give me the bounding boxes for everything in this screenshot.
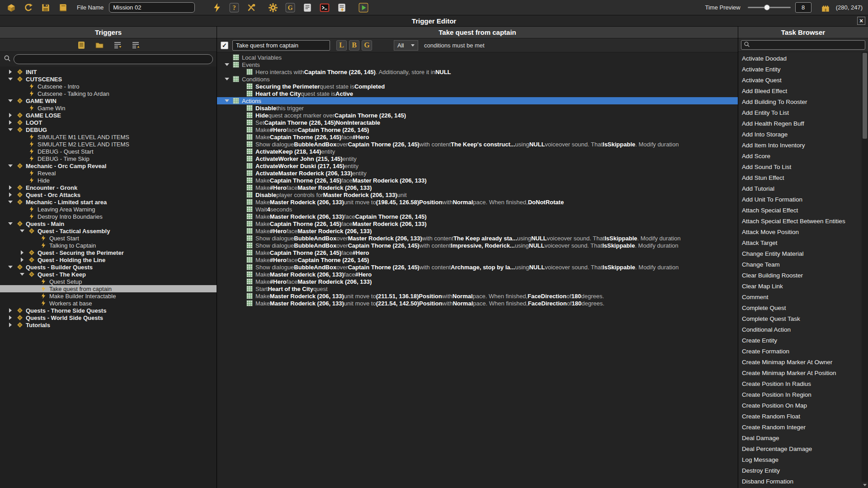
statement-parameter[interactable]: BubbleAndBox [294,264,336,271]
task-item[interactable]: Attack Target [738,238,862,249]
trigger-name-input[interactable] [232,40,330,51]
tree-trigger-row[interactable]: Cutscene - Intro [0,83,217,90]
statement-parameter[interactable]: Activate [255,155,278,162]
task-item[interactable]: Conditional Action [738,324,862,335]
task-item[interactable]: Create Minimap Marker At Position [738,368,862,379]
trigger-statement-row[interactable]: Make #Hero face Master Roderick (206, 13… [217,278,738,285]
statement-parameter[interactable]: (221.54, 142.50) [376,300,419,307]
statement-parameter[interactable]: Captain Thorne (226, 145) [304,69,376,75]
tree-trigger-row[interactable]: DEBUG - Time Skip [0,155,217,162]
statement-parameter[interactable]: Captain Thorne (226, 145) [270,249,341,256]
statement-parameter[interactable]: Master Roderick (206, 133) [323,192,397,198]
task-item[interactable]: Create Formation [738,346,862,357]
tree-group-row[interactable]: Quest - Tactical Assembly [0,227,217,235]
collapse-arrow-icon[interactable] [8,78,13,80]
statement-parameter[interactable]: NULL [529,141,545,148]
statement-parameter[interactable]: Master Roderick (206, 133) [297,278,372,285]
statement-parameter[interactable]: NULL [531,235,547,242]
collapse-arrow-icon[interactable] [8,201,13,203]
format-button-g[interactable]: G [362,40,372,51]
statement-parameter[interactable]: Master Roderick (206, 133) [270,199,344,206]
statement-parameter[interactable]: Activate [255,148,278,155]
task-item[interactable]: Add Sound To List [738,162,862,173]
tree-trigger-row[interactable]: Leaving Area Warning [0,206,217,213]
statement-parameter[interactable]: Master Roderick (206, 133) [270,293,344,300]
trigger-statement-row[interactable]: Activate Master Roderick (206, 133) enti… [217,169,738,177]
statement-parameter[interactable]: Disable [255,105,276,112]
time-preview-slider[interactable] [748,7,791,8]
task-item[interactable]: Add Health Regen Buff [738,118,862,129]
trigger-statement-row[interactable]: Make Master Roderick (206, 133) unit mov… [217,300,738,307]
tree-group-row[interactable]: INIT [0,68,217,75]
trigger-statement-row[interactable]: Show dialogue BubbleAndBox over Captain … [217,141,738,148]
statement-parameter[interactable]: Captain Thorne (226, 145) [264,119,336,126]
collapse-arrow-icon[interactable] [225,99,229,102]
gear-icon[interactable] [267,2,279,14]
statement-parameter[interactable]: 180 [571,293,581,300]
task-item[interactable]: Create Position In Radius [738,379,862,389]
statement-parameter[interactable]: Position [419,293,442,300]
statement-parameter[interactable]: IsSkippable [603,141,635,148]
statement-parameter[interactable]: Master Roderick (206, 133) [270,300,344,307]
statement-parameter[interactable]: Captain Thorne (226, 145) [270,134,341,141]
tree-trigger-row[interactable]: Make Builder Interactable [0,292,217,300]
refresh-icon[interactable] [23,2,34,14]
expand-arrow-icon[interactable] [9,315,12,320]
trigger-statement-row[interactable]: Set Captain Thorne (226, 145) NonInterac… [217,119,738,126]
task-item[interactable]: Change Entity Material [738,249,862,259]
trigger-statement-row[interactable]: Disable player controls for Master Roder… [217,191,738,198]
statement-parameter[interactable]: Master Roderick (206, 133) [270,271,344,278]
lightning-icon[interactable] [211,2,223,14]
statement-parameter[interactable]: #Hero [270,127,287,133]
statement-parameter[interactable]: Active [335,90,353,97]
statement-parameter[interactable]: #Hero [270,278,287,285]
statement-parameter[interactable]: Normal [453,199,473,206]
tree-group-row[interactable]: Quest - The Keep [0,271,217,278]
collapse-arrow-icon[interactable] [8,128,13,131]
trigger-statement-row[interactable]: Wait 4 seconds [217,206,738,213]
expand-arrow-icon[interactable] [9,323,12,327]
trigger-script-icon[interactable] [336,2,348,14]
tree-group-row[interactable]: Quest - Orc Attacks [0,191,217,198]
trigger-statement-row[interactable]: Make Captain Thorne (226, 145) face Mast… [217,220,738,227]
collapse-arrow-icon[interactable] [8,164,13,167]
tree-trigger-row[interactable]: DEBUG - Quest Start [0,148,217,155]
statement-parameter[interactable]: #Hero [270,228,287,235]
statement-parameter[interactable]: BubbleAndBox [294,141,336,148]
task-item[interactable]: Add Entity To List [738,108,862,118]
tree-group-row[interactable]: Mechanic - Limited start area [0,198,217,206]
trigger-statement-row[interactable]: Show dialogue BubbleAndBox over Captain … [217,263,738,271]
trigger-statement-row[interactable]: Make Master Roderick (206, 133) unit mov… [217,198,738,206]
task-item[interactable]: Create Position On Map [738,400,862,411]
tree-trigger-row[interactable]: Quest Setup [0,278,217,285]
trigger-statement-row[interactable]: Make Captain Thorne (226, 145) face Mast… [217,177,738,184]
collapse-arrow-icon[interactable] [8,222,13,225]
expand-arrow-icon[interactable] [9,192,12,197]
tree-group-row[interactable]: Encounter - Gronk [0,184,217,191]
trigger-statement-row[interactable]: Activate Worker Duski (217, 145) entity [217,162,738,169]
statement-parameter[interactable]: Heart of the City [255,90,301,97]
task-item[interactable]: Destroy Entity [738,465,862,476]
collapse-arrow-icon[interactable] [20,273,24,276]
expand-arrow-icon[interactable] [9,70,12,74]
expand-arrow-icon[interactable] [9,113,12,117]
task-item[interactable]: Create Minimap Marker At Owner [738,357,862,368]
task-item[interactable]: Comment [738,292,862,303]
statement-parameter[interactable]: Normal [453,300,473,307]
collapse-arrow-icon[interactable] [8,266,13,268]
statement-parameter[interactable]: Securing the Perimeter [255,83,320,90]
task-item[interactable]: Add Tutorial [738,183,862,194]
tree-trigger-row[interactable]: Reveal [0,169,217,177]
statement-parameter[interactable]: IsSkippable [603,264,635,271]
task-item[interactable]: Attach Special Effect [738,205,862,216]
tree-group-row[interactable]: Quests - World Side Quests [0,314,217,321]
task-item[interactable]: Complete Quest [738,303,862,314]
statement-parameter[interactable]: #Hero [353,134,369,141]
trigger-statement-row[interactable]: Show dialogue BubbleAndBox over Master R… [217,235,738,242]
tree-trigger-row[interactable]: SIMULATE M2 LEVEL AND ITEMS [0,141,217,148]
statement-parameter[interactable]: Heart of the City [268,286,313,292]
statement-parameter[interactable]: Master Roderick (206, 133) [297,184,372,191]
trigger-statement-row[interactable]: Heart of the City quest state is Active [217,90,738,97]
tree-trigger-row[interactable]: Take quest from captain [0,285,217,292]
statement-parameter[interactable]: Impressive, Roderick... [451,242,515,249]
